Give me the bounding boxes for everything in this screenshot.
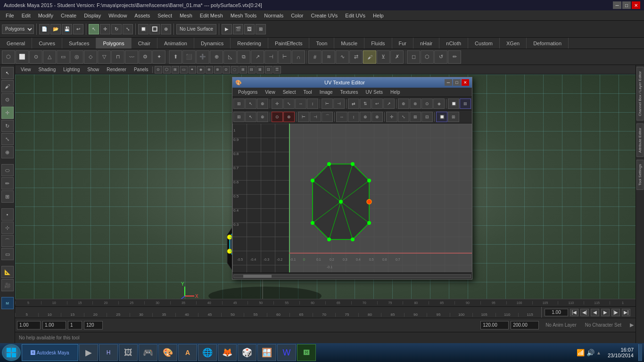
vm-icon-15[interactable]: ☰ <box>273 66 281 74</box>
vm-icon-5[interactable]: ✦ <box>189 66 196 74</box>
tool-pipe[interactable]: ⊓ <box>111 50 124 64</box>
vm-icon-4[interactable]: ▭ <box>180 66 188 74</box>
uv-btn-15[interactable]: ⊗ <box>410 99 421 109</box>
tool-snap-curve[interactable]: ⌒ <box>1 235 14 247</box>
toolbar-btn-render3[interactable]: 🖼 <box>244 24 255 34</box>
vm-icon-11[interactable]: ⊞ <box>239 66 247 74</box>
cat-tab-fluids[interactable]: Fluids <box>364 38 392 49</box>
tool-transfer[interactable]: ⇄ <box>349 50 363 64</box>
tool-average[interactable]: ∿ <box>336 50 349 64</box>
taskbar-app-5[interactable]: 🎮 <box>139 344 157 361</box>
uv-close-button[interactable]: ✕ <box>462 79 469 86</box>
toolbar-btn-new[interactable]: 📄 <box>39 24 50 34</box>
uv-menu-select[interactable]: Select <box>279 90 300 95</box>
tool-extrude[interactable]: ⬆ <box>169 50 182 64</box>
taskbar-app-3[interactable]: H <box>99 344 118 361</box>
menu-modify[interactable]: Modify <box>34 12 57 19</box>
uv-btn-3[interactable]: ⊕ <box>257 99 268 109</box>
menu-select[interactable]: Select <box>154 12 176 19</box>
uv-btn-29[interactable]: ↔ <box>336 112 347 122</box>
uv-btn-6[interactable]: ↔ <box>295 99 306 109</box>
tool-select-mode[interactable]: ↖ <box>1 67 14 79</box>
cat-tab-animation[interactable]: Animation <box>157 38 194 49</box>
uv-btn-36[interactable]: ⊟ <box>421 112 433 122</box>
uv-btn-10[interactable]: ⇄ <box>348 99 359 109</box>
uv-menu-uvsets[interactable]: UV Sets <box>362 90 387 95</box>
tool-cylinder[interactable]: ⊙ <box>29 50 42 64</box>
menu-window[interactable]: Window <box>105 12 131 19</box>
vm-icon-9[interactable]: ⊙ <box>223 66 230 74</box>
cat-tab-painteffects[interactable]: PaintEffects <box>268 38 310 49</box>
tl-btn-prev-key[interactable]: ◀| <box>580 309 589 316</box>
uv-btn-13[interactable]: ↗ <box>383 99 395 109</box>
uv-btn-34[interactable]: ⤡ <box>398 112 409 122</box>
toolbar-btn-snap2[interactable]: 🔳 <box>149 24 160 34</box>
current-frame-input[interactable] <box>545 309 568 316</box>
cat-tab-surfaces[interactable]: Surfaces <box>62 38 96 49</box>
taskbar-app-10[interactable]: 🎲 <box>238 344 256 361</box>
uv-menu-image[interactable]: Image <box>316 90 337 95</box>
live-surface-label[interactable]: No Live Surface <box>176 24 216 34</box>
tool-soft-mod[interactable]: ⬭ <box>1 164 14 176</box>
tool-paint[interactable]: 🖌 <box>363 50 376 64</box>
uv-btn-38[interactable]: ⊞ <box>448 112 459 122</box>
uv-btn-18[interactable]: 🔲 <box>448 99 459 109</box>
toolbar-btn-move[interactable]: ✛ <box>100 24 110 34</box>
vm-lighting[interactable]: Lighting <box>59 67 83 72</box>
tool-measure[interactable]: 📐 <box>1 266 14 278</box>
vm-show[interactable]: Show <box>83 67 103 72</box>
tool-duplicate[interactable]: ⧉ <box>237 50 250 64</box>
menu-mesh-tools[interactable]: Mesh Tools <box>227 12 260 19</box>
cat-tab-dynamics[interactable]: Dynamics <box>194 38 231 49</box>
tool-combine[interactable]: ⊢ <box>278 50 291 64</box>
cat-tab-custom[interactable]: Custom <box>468 38 500 49</box>
tool-settings-tab[interactable]: Tool Settings <box>636 160 644 190</box>
tool-move[interactable]: ✛ <box>1 107 14 119</box>
tool-separate[interactable]: ⊣ <box>264 50 278 64</box>
uv-btn-16[interactable]: ⊙ <box>421 99 433 109</box>
tool-remesh[interactable]: ⬡ <box>421 50 434 64</box>
menu-help[interactable]: Help <box>369 12 388 19</box>
tool-universal[interactable]: ⊕ <box>1 146 14 158</box>
uv-btn-26[interactable]: ⊢ <box>298 112 309 122</box>
toolbar-btn-grid[interactable]: ⊞ <box>256 24 266 34</box>
taskbar-app-6[interactable]: 🎨 <box>158 344 177 361</box>
uv-btn-7[interactable]: ↕ <box>307 99 318 109</box>
attribute-editor-tab[interactable]: Attribute Editor <box>636 123 644 157</box>
status-input-4[interactable] <box>84 321 103 329</box>
tool-cone[interactable]: △ <box>43 50 56 64</box>
status-input-5[interactable] <box>480 321 509 329</box>
start-button[interactable] <box>2 344 21 361</box>
tool-sphere[interactable]: ⬡ <box>2 50 15 64</box>
vm-renderer[interactable]: Renderer <box>103 67 130 72</box>
vm-icon-13[interactable]: ⊠ <box>256 66 264 74</box>
uv-btn-33[interactable]: ✛ <box>386 112 397 122</box>
menu-assets[interactable]: Assets <box>131 12 154 19</box>
vm-icon-2[interactable]: ⬡ <box>163 66 171 74</box>
uv-btn-32[interactable]: ⊗ <box>372 112 383 122</box>
cat-tab-toon[interactable]: Toon <box>309 38 334 49</box>
tool-extract[interactable]: ↗ <box>251 50 264 64</box>
toolbar-btn-rotate[interactable]: ↻ <box>111 24 122 34</box>
toolbar-btn-undo[interactable]: ↩ <box>73 24 83 34</box>
taskbar-app-9[interactable]: 🦊 <box>218 344 237 361</box>
menu-normals[interactable]: Normals <box>260 12 287 19</box>
uv-btn-2[interactable]: ↖ <box>245 99 256 109</box>
uv-btn-21[interactable]: ⊞ <box>233 112 245 122</box>
cat-tab-chair[interactable]: Chair <box>132 38 157 49</box>
taskbar-app-maya[interactable]: 🅼 Autodesk Maya <box>22 344 78 361</box>
uv-btn-25[interactable]: ⊗ <box>283 112 295 122</box>
show-desktop-button[interactable] <box>638 344 642 361</box>
tool-cleanup[interactable]: ✗ <box>390 50 404 64</box>
uv-btn-1[interactable]: ⊞ <box>233 99 245 109</box>
uv-btn-8[interactable]: ⊢ <box>322 99 333 109</box>
uv-btn-4[interactable]: ✛ <box>272 99 283 109</box>
tool-torus[interactable]: ◎ <box>70 50 83 64</box>
vm-icon-12[interactable]: ⊟ <box>248 66 256 74</box>
cat-tab-rendering[interactable]: Rendering <box>231 38 268 49</box>
tl-btn-start[interactable]: |◀ <box>570 309 578 316</box>
tool-subdivide[interactable]: # <box>308 50 322 64</box>
vm-panels[interactable]: Panels <box>130 67 152 72</box>
tool-sculpt[interactable]: ✏ <box>448 50 461 64</box>
tl-btn-next[interactable]: ▶ <box>601 309 610 316</box>
